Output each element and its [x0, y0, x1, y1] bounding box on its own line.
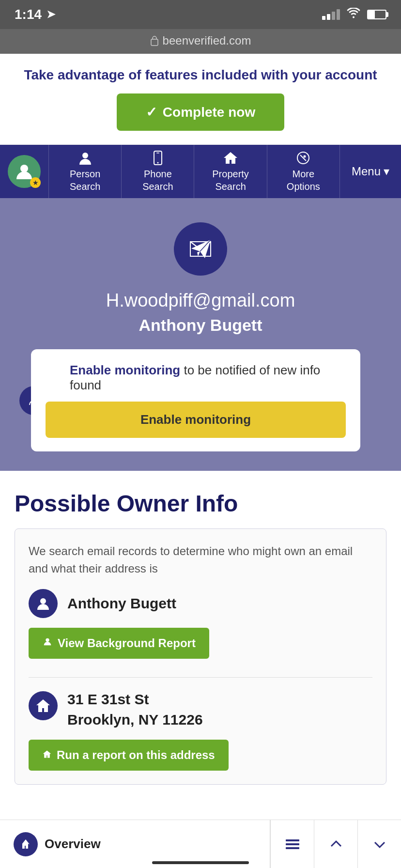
complete-now-button[interactable]: ✓ Complete now	[117, 93, 284, 131]
person-name: Anthony Bugett	[67, 595, 176, 612]
svg-point-13	[46, 638, 49, 642]
signal-icon	[322, 9, 340, 20]
bottom-overview[interactable]: Overview	[0, 832, 270, 856]
svg-point-12	[40, 598, 46, 604]
chevron-down-icon: ▾	[384, 165, 389, 178]
banner-section: Take advantage of features included with…	[0, 54, 401, 145]
star-badge: ★	[30, 177, 41, 188]
nav-property-search[interactable]: PropertySearch	[194, 145, 266, 198]
home-btn-icon	[42, 748, 52, 762]
monitoring-description: Enable monitoring to be notified of new …	[46, 363, 346, 393]
svg-point-2	[82, 153, 88, 158]
bottom-actions	[270, 820, 401, 868]
address-line2: Brooklyn, NY 11226	[67, 710, 203, 730]
possible-owner-section: Possible Owner Info We search email reco…	[0, 471, 401, 804]
nav-property-label: PropertySearch	[212, 168, 249, 193]
info-card-description: We search email records to determine who…	[29, 542, 372, 577]
address-row: 31 E 31st St Brooklyn, NY 11226	[29, 689, 372, 730]
location-icon: ➤	[46, 8, 55, 21]
battery-icon	[367, 10, 386, 19]
time-display: 1:14	[15, 7, 42, 22]
person-row: Anthony Bugett	[29, 589, 372, 618]
hero-name: Anthony Bugett	[139, 316, 262, 335]
banner-text: Take advantage of features included with…	[10, 67, 391, 83]
email-icon-circle	[174, 222, 227, 276]
nav-items: PersonSearch PhoneSearch PropertySearch	[48, 145, 339, 198]
nav-phone-search[interactable]: PhoneSearch	[121, 145, 194, 198]
svg-rect-14	[286, 839, 299, 841]
monitoring-wrapper: Enable monitoring to be notified of new …	[31, 349, 370, 451]
info-card: We search email records to determine who…	[15, 528, 386, 785]
run-address-report-button[interactable]: Run a report on this address	[29, 740, 229, 771]
home-indicator	[152, 861, 249, 864]
nav-more-label: MoreOptions	[287, 168, 320, 193]
user-avatar[interactable]: ★	[0, 145, 48, 198]
enable-monitoring-button[interactable]: Enable monitoring	[46, 402, 346, 438]
run-report-label: Run a report on this address	[57, 748, 215, 762]
nav-more-options[interactable]: MoreOptions	[267, 145, 339, 198]
hero-email: H.woodpiff@gmail.com	[106, 290, 295, 311]
scroll-down-button[interactable]	[357, 820, 401, 868]
svg-rect-0	[151, 39, 158, 46]
address-text: 31 E 31st St Brooklyn, NY 11226	[67, 689, 203, 730]
bottom-bar: Overview	[0, 820, 401, 868]
wifi-icon	[347, 8, 360, 21]
view-report-label: View Background Report	[58, 636, 196, 650]
svg-rect-16	[286, 847, 299, 849]
hero-section: H.woodpiff@gmail.com Anthony Bugett Enab…	[0, 198, 401, 471]
svg-point-4	[157, 162, 158, 164]
scroll-up-button[interactable]	[314, 820, 357, 868]
address-home-icon	[29, 691, 58, 720]
divider	[29, 677, 372, 678]
svg-rect-5	[156, 153, 159, 154]
url-bar: beenverified.com	[0, 29, 401, 54]
view-background-report-button[interactable]: View Background Report	[29, 628, 209, 659]
nav-menu-button[interactable]: Menu ▾	[339, 145, 401, 198]
nav-phone-label: PhoneSearch	[142, 168, 173, 193]
list-view-button[interactable]	[270, 820, 314, 868]
nav-person-search[interactable]: PersonSearch	[48, 145, 121, 198]
url-text: beenverified.com	[163, 34, 251, 47]
bottom-overview-label: Overview	[45, 837, 101, 852]
svg-rect-15	[286, 843, 299, 845]
person-avatar-icon	[29, 589, 58, 618]
person-btn-icon	[42, 636, 53, 650]
status-bar: 1:14 ➤	[0, 0, 401, 29]
menu-label: Menu	[352, 165, 381, 178]
address-line1: 31 E 31st St	[67, 689, 203, 710]
checkmark-icon: ✓	[146, 104, 157, 120]
possible-owner-title: Possible Owner Info	[15, 490, 386, 517]
monitoring-bold: Enable monitoring	[70, 363, 180, 377]
svg-point-8	[304, 155, 306, 158]
monitoring-card: Enable monitoring to be notified of new …	[31, 349, 360, 451]
svg-point-1	[20, 165, 28, 172]
bottom-logo-icon	[14, 832, 38, 856]
nav-person-label: PersonSearch	[70, 168, 100, 193]
complete-now-label: Complete now	[163, 105, 255, 120]
nav-bar: ★ PersonSearch PhoneSearch PropertySearc…	[0, 145, 401, 198]
